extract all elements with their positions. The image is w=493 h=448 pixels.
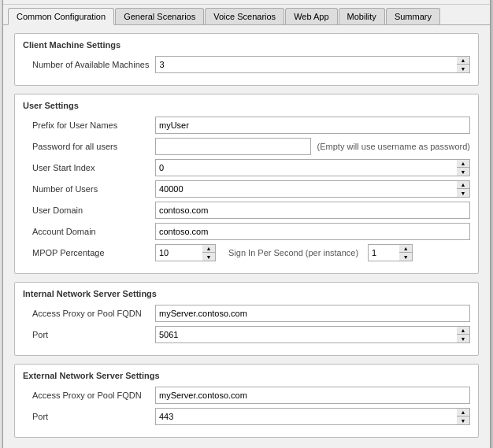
num-machines-down[interactable]: ▼ — [457, 65, 469, 72]
external-network-title: External Network Server Settings — [23, 371, 470, 380]
num-machines-spinner-buttons: ▲ ▼ — [457, 56, 470, 73]
internal-port-up[interactable]: ▲ — [457, 327, 469, 335]
account-domain-input[interactable] — [155, 223, 470, 240]
internal-fqdn-label: Access Proxy or Pool FQDN — [23, 309, 149, 318]
password-label: Password for all users — [23, 142, 149, 151]
tab-mobility[interactable]: Mobility — [339, 8, 385, 24]
user-start-index-down[interactable]: ▼ — [457, 168, 469, 176]
mpop-input[interactable] — [155, 244, 202, 261]
tab-content: Client Machine Settings Number of Availa… — [3, 25, 490, 448]
mpop-spinner-buttons: ▲ ▼ — [202, 244, 216, 261]
account-domain-label: Account Domain — [23, 227, 149, 236]
user-domain-label: User Domain — [23, 205, 149, 215]
tab-web-app[interactable]: Web App — [285, 8, 337, 24]
user-start-index-row: User Start Index ▲ ▼ — [23, 159, 470, 176]
external-port-spinner-buttons: ▲ ▼ — [457, 408, 470, 425]
num-machines-label: Number of Available Machines — [23, 60, 149, 69]
password-hint: (Empty will use username as password) — [317, 142, 470, 151]
mpop-spinner: ▲ ▼ — [155, 244, 216, 261]
mpop-label: MPOP Percentage — [23, 248, 149, 257]
internal-port-input[interactable] — [155, 326, 457, 343]
password-input[interactable] — [155, 138, 311, 155]
num-machines-up[interactable]: ▲ — [457, 57, 469, 65]
prefix-label: Prefix for User Names — [23, 120, 149, 130]
signin-spinner: ▲ ▼ — [368, 244, 413, 261]
num-machines-row: Number of Available Machines ▲ ▼ — [23, 56, 470, 73]
tab-common-configuration[interactable]: Common Configuration — [8, 8, 114, 25]
tab-bar: Common Configuration General Scenarios V… — [3, 5, 490, 25]
user-start-index-up[interactable]: ▲ — [457, 160, 469, 168]
signin-up[interactable]: ▲ — [399, 245, 412, 253]
num-users-input[interactable] — [155, 180, 457, 198]
password-row: Password for all users (Empty will use u… — [23, 138, 470, 155]
num-users-row: Number of Users ▲ ▼ — [23, 180, 470, 198]
internal-fqdn-input[interactable] — [155, 305, 470, 322]
internal-network-section: Internal Network Server Settings Access … — [14, 282, 479, 356]
tab-voice-scenarios[interactable]: Voice Scenarios — [205, 8, 284, 24]
client-machine-section: Client Machine Settings Number of Availa… — [14, 33, 479, 86]
internal-network-title: Internal Network Server Settings — [23, 289, 470, 298]
external-port-down[interactable]: ▼ — [457, 417, 469, 424]
prefix-input[interactable] — [155, 117, 470, 134]
external-fqdn-label: Access Proxy or Pool FQDN — [23, 391, 149, 400]
mpop-down[interactable]: ▼ — [202, 253, 215, 261]
internal-port-spinner: ▲ ▼ — [155, 326, 470, 343]
file-menu[interactable]: File — [8, 0, 35, 2]
user-settings-section: User Settings Prefix for User Names Pass… — [14, 94, 479, 274]
external-port-spinner: ▲ ▼ — [155, 408, 470, 425]
mpop-row: MPOP Percentage ▲ ▼ Sign In Per Second (… — [23, 244, 470, 261]
external-port-label: Port — [23, 412, 149, 421]
num-users-up[interactable]: ▲ — [457, 181, 469, 189]
internal-fqdn-row: Access Proxy or Pool FQDN — [23, 305, 470, 322]
internal-port-row: Port ▲ ▼ — [23, 326, 470, 343]
signin-down[interactable]: ▼ — [399, 253, 412, 261]
internal-port-spinner-buttons: ▲ ▼ — [457, 326, 470, 343]
signin-input[interactable] — [368, 244, 399, 261]
num-users-spinner: ▲ ▼ — [155, 180, 470, 198]
signin-label: Sign In Per Second (per instance) — [228, 248, 358, 257]
user-domain-row: User Domain — [23, 202, 470, 219]
user-start-index-spinner: ▲ ▼ — [155, 159, 470, 176]
num-machines-input[interactable] — [155, 56, 457, 73]
signin-spinner-buttons: ▲ ▼ — [399, 244, 413, 261]
prefix-row: Prefix for User Names — [23, 117, 470, 134]
user-start-index-spinner-buttons: ▲ ▼ — [457, 159, 470, 176]
external-network-section: External Network Server Settings Access … — [14, 364, 479, 438]
user-start-index-label: User Start Index — [23, 163, 149, 172]
external-fqdn-input[interactable] — [155, 387, 470, 404]
user-domain-input[interactable] — [155, 202, 470, 219]
client-machine-title: Client Machine Settings — [23, 40, 470, 50]
user-start-index-input[interactable] — [155, 159, 457, 176]
internal-port-label: Port — [23, 330, 149, 339]
num-users-label: Number of Users — [23, 184, 149, 194]
external-port-input[interactable] — [155, 408, 457, 425]
user-settings-title: User Settings — [23, 101, 470, 110]
main-window: Skype for Business Server 2015 Load Conf… — [2, 0, 491, 448]
internal-port-down[interactable]: ▼ — [457, 335, 469, 342]
external-port-row: Port ▲ ▼ — [23, 408, 470, 425]
tab-general-scenarios[interactable]: General Scenarios — [115, 8, 204, 24]
tab-summary[interactable]: Summary — [386, 8, 440, 24]
external-port-up[interactable]: ▲ — [457, 409, 469, 417]
num-machines-spinner: ▲ ▼ — [155, 56, 470, 73]
external-fqdn-row: Access Proxy or Pool FQDN — [23, 387, 470, 404]
num-users-spinner-buttons: ▲ ▼ — [457, 180, 470, 198]
num-users-down[interactable]: ▼ — [457, 189, 469, 197]
mpop-up[interactable]: ▲ — [202, 245, 215, 253]
account-domain-row: Account Domain — [23, 223, 470, 240]
